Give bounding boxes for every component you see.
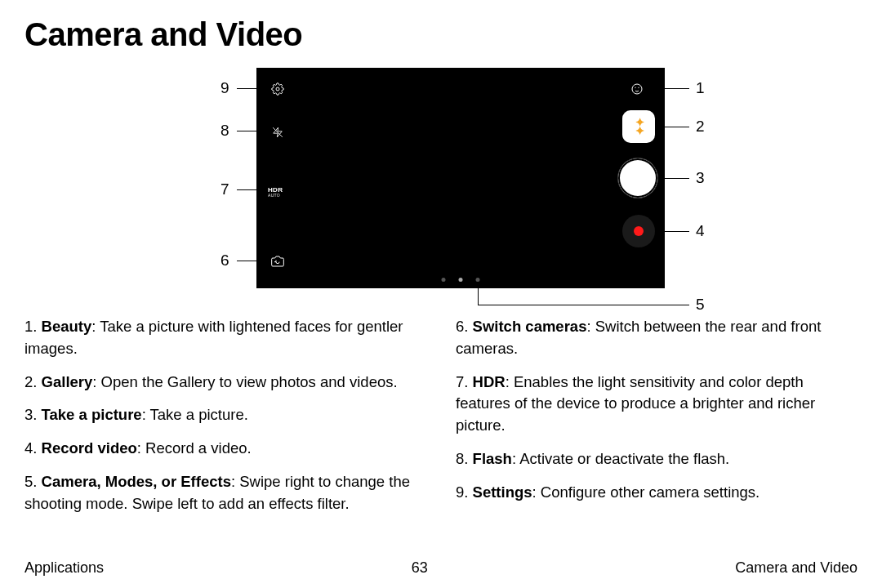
callout-1: 1 bbox=[696, 79, 705, 97]
list-item: 6. Switch cameras: Switch between the re… bbox=[456, 316, 858, 360]
list-item: 7. HDR: Enables the light sensitivity an… bbox=[456, 372, 858, 437]
callout-8: 8 bbox=[220, 122, 229, 140]
switch-camera-icon[interactable] bbox=[268, 252, 287, 271]
page-title: Camera and Video bbox=[24, 16, 858, 53]
callout-3: 3 bbox=[696, 169, 705, 187]
footer-left: Applications bbox=[24, 559, 104, 577]
settings-icon[interactable] bbox=[268, 79, 287, 99]
list-item: 2. Gallery: Open the Gallery to view pho… bbox=[24, 372, 426, 394]
footer-right: Camera and Video bbox=[735, 559, 858, 577]
callout-2: 2 bbox=[696, 118, 705, 136]
list-item: 8. Flash: Activate or deactivate the fla… bbox=[456, 448, 858, 470]
footer-page: 63 bbox=[412, 559, 428, 577]
left-column: 1. Beauty: Take a picture with lightened… bbox=[24, 316, 426, 527]
callout-9: 9 bbox=[220, 79, 229, 97]
gallery-button[interactable] bbox=[622, 110, 655, 143]
beauty-icon[interactable] bbox=[627, 79, 647, 99]
svg-point-0 bbox=[276, 87, 279, 91]
page-footer: Applications 63 Camera and Video bbox=[24, 559, 858, 577]
svg-point-3 bbox=[632, 84, 642, 94]
description-columns: 1. Beauty: Take a picture with lightened… bbox=[24, 316, 858, 527]
list-item: 4. Record video: Record a video. bbox=[24, 438, 426, 460]
list-item: 5. Camera, Modes, or Effects: Swipe righ… bbox=[24, 471, 426, 515]
hdr-icon[interactable]: HDR AUTO bbox=[268, 182, 292, 202]
callout-7: 7 bbox=[220, 180, 229, 198]
list-item: 3. Take a picture: Take a picture. bbox=[24, 404, 426, 426]
callout-6: 6 bbox=[220, 252, 229, 270]
record-button[interactable] bbox=[622, 215, 655, 247]
hdr-sub: AUTO bbox=[268, 194, 280, 198]
right-column: 6. Switch cameras: Switch between the re… bbox=[456, 316, 858, 527]
record-dot-icon bbox=[634, 226, 644, 236]
flash-off-icon[interactable] bbox=[268, 122, 287, 142]
camera-preview: HDR AUTO bbox=[256, 68, 665, 288]
camera-diagram: HDR AUTO 9 8 7 6 1 2 3 4 bbox=[24, 68, 858, 313]
callout-4: 4 bbox=[696, 222, 705, 240]
callout-5: 5 bbox=[696, 296, 705, 314]
list-item: 9. Settings: Configure other camera sett… bbox=[456, 482, 858, 504]
mode-pager[interactable] bbox=[442, 278, 480, 282]
shutter-button[interactable] bbox=[617, 158, 658, 198]
list-item: 1. Beauty: Take a picture with lightened… bbox=[24, 316, 426, 360]
